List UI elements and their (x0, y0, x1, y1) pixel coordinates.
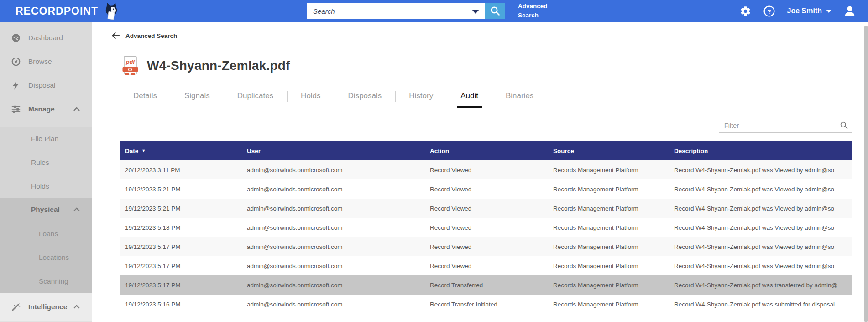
sidebar-item-disposal[interactable]: Disposal (0, 74, 92, 97)
cell-date: 19/12/2023 5:21 PM (120, 186, 241, 193)
tab-history[interactable]: History (395, 88, 447, 108)
chevron-up-icon (73, 207, 80, 212)
cell-date: 19/12/2023 5:17 PM (120, 243, 241, 250)
tab-holds[interactable]: Holds (287, 88, 334, 108)
sidebar-item-label: File Plan (31, 135, 58, 143)
cell-user: admin@solrwinds.onmicrosoft.com (241, 167, 424, 174)
cell-date: 20/12/2023 3:11 PM (120, 167, 241, 174)
app-logo[interactable]: RECORDPOINT (16, 2, 120, 20)
cell-action: Record Viewed (424, 205, 548, 212)
user-avatar-icon (843, 5, 856, 17)
table-row[interactable]: 19/12/2023 5:17 PMadmin@solrwinds.onmicr… (120, 275, 852, 295)
sidebar-item-scanning[interactable]: Scanning (0, 269, 92, 293)
table-body: 20/12/2023 3:11 PMadmin@solrwinds.onmicr… (120, 160, 852, 314)
sidebar-item-intelligence[interactable]: Intelligence (0, 295, 92, 319)
filter-search-icon[interactable] (840, 121, 848, 132)
sidebar-item-label: Rules (31, 158, 49, 167)
sidebar-item-label: Disposal (28, 81, 55, 90)
cell-date: 19/12/2023 5:17 PM (120, 263, 241, 269)
help-button[interactable]: ? (763, 5, 775, 17)
column-header-date[interactable]: Date▼ (120, 148, 241, 154)
sidebar-item-rules[interactable]: Rules (0, 151, 92, 174)
cell-description: Record W4-Shyann-Zemlak.pdf was Viewed b… (669, 263, 852, 269)
gear-icon (740, 5, 751, 17)
cell-source: Records Management Platform (548, 224, 669, 231)
cell-action: Record Viewed (424, 263, 548, 269)
back-arrow-icon (112, 32, 120, 39)
search-dropdown-caret-icon[interactable] (472, 10, 479, 14)
search-button[interactable] (485, 3, 505, 19)
user-name: Joe Smith (787, 7, 822, 15)
table-row[interactable]: 20/12/2023 3:11 PMadmin@solrwinds.onmicr… (120, 160, 852, 179)
tab-audit[interactable]: Audit (447, 88, 492, 108)
table-row[interactable]: 19/12/2023 5:21 PMadmin@solrwinds.onmicr… (120, 199, 852, 218)
user-menu[interactable]: Joe Smith (787, 7, 831, 15)
cell-user: admin@solrwinds.onmicrosoft.com (241, 301, 424, 308)
cell-user: admin@solrwinds.onmicrosoft.com (241, 224, 424, 231)
sidebar-item-label: Intelligence (28, 303, 67, 311)
cell-description: Record W4-Shyann-Zemlak.pdf was Viewed b… (669, 186, 852, 193)
search-input[interactable] (307, 3, 485, 19)
cell-user: admin@solrwinds.onmicrosoft.com (241, 205, 424, 212)
column-header-user[interactable]: User (241, 148, 424, 154)
tab-binaries[interactable]: Binaries (492, 88, 547, 108)
svg-text:pdf: pdf (125, 59, 136, 65)
advanced-search-link[interactable]: Advanced Search (518, 2, 556, 20)
settings-button[interactable] (740, 5, 751, 17)
filter-box (719, 118, 852, 133)
dashboard-icon (11, 33, 22, 43)
tab-duplicates[interactable]: Duplicates (224, 88, 287, 108)
cell-description: Record W4-Shyann-Zemlak.pdf was Viewed b… (669, 224, 852, 231)
tab-disposals[interactable]: Disposals (335, 88, 396, 108)
cell-user: admin@solrwinds.onmicrosoft.com (241, 263, 424, 269)
cell-date: 19/12/2023 5:21 PM (120, 205, 241, 212)
intelligence-wand-icon (11, 302, 22, 312)
sidebar-item-physical[interactable]: Physical (0, 198, 92, 222)
page-title: W4-Shyann-Zemlak.pdf (147, 58, 290, 73)
cell-source: Records Management Platform (548, 186, 669, 193)
sidebar-item-browse[interactable]: Browse (0, 50, 92, 74)
cell-action: Record Transferred (424, 282, 548, 289)
table-row[interactable]: 19/12/2023 5:16 PMadmin@solrwinds.onmicr… (120, 295, 852, 314)
cell-description: Record W4-Shyann-Zemlak.pdf was transfer… (669, 282, 852, 289)
filter-input[interactable] (719, 118, 852, 133)
record-title-row: pdf W4-Shyann-Zemlak.pdf (122, 56, 868, 76)
profile-button[interactable] (843, 5, 856, 17)
logo-text: RECORDPOINT (16, 5, 98, 17)
tab-signals[interactable]: Signals (171, 88, 224, 108)
column-header-description[interactable]: Description (669, 148, 852, 154)
browse-icon (11, 57, 22, 67)
vertical-scrollbar[interactable] (864, 26, 868, 322)
back-link[interactable]: Advanced Search (112, 32, 177, 39)
search-icon (490, 5, 501, 16)
table-row[interactable]: 19/12/2023 5:17 PMadmin@solrwinds.onmicr… (120, 256, 852, 275)
table-row[interactable]: 19/12/2023 5:18 PMadmin@solrwinds.onmicr… (120, 218, 852, 237)
user-menu-caret-icon (826, 10, 831, 13)
table-row[interactable]: 19/12/2023 5:21 PMadmin@solrwinds.onmicr… (120, 179, 852, 199)
tab-details[interactable]: Details (120, 88, 171, 108)
cell-action: Record Viewed (424, 167, 548, 174)
sidebar-item-holds[interactable]: Holds (0, 174, 92, 198)
sidebar-item-locations[interactable]: Locations (0, 246, 92, 269)
help-icon: ? (763, 5, 775, 17)
sort-descending-icon: ▼ (141, 149, 146, 153)
cell-action: Record Viewed (424, 186, 548, 193)
table-row[interactable]: 19/12/2023 5:17 PMadmin@solrwinds.onmicr… (120, 237, 852, 256)
column-header-source[interactable]: Source (548, 148, 669, 154)
chevron-up-icon (73, 304, 80, 310)
audit-table: Date▼UserActionSourceDescription 20/12/2… (120, 141, 852, 314)
sidebar-item-dashboard[interactable]: Dashboard (0, 26, 92, 50)
disposal-lightning-icon (11, 80, 22, 90)
cell-action: Record Transfer Initiated (424, 301, 548, 308)
sidebar-item-loans[interactable]: Loans (0, 222, 92, 246)
cell-date: 19/12/2023 5:17 PM (120, 282, 241, 289)
cell-description: Record W4-Shyann-Zemlak.pdf was submitte… (669, 301, 852, 308)
column-header-action[interactable]: Action (424, 148, 548, 154)
sidebar-item-manage[interactable]: Manage (0, 97, 92, 121)
pdf-file-icon: pdf (122, 56, 139, 76)
sidebar: Dashboard Browse Disposal (0, 22, 92, 322)
sidebar-item-label: Physical (31, 206, 60, 214)
cell-action: Record Viewed (424, 224, 548, 231)
sidebar-item-label: Scanning (39, 277, 68, 285)
sidebar-item-file-plan[interactable]: File Plan (0, 127, 92, 151)
